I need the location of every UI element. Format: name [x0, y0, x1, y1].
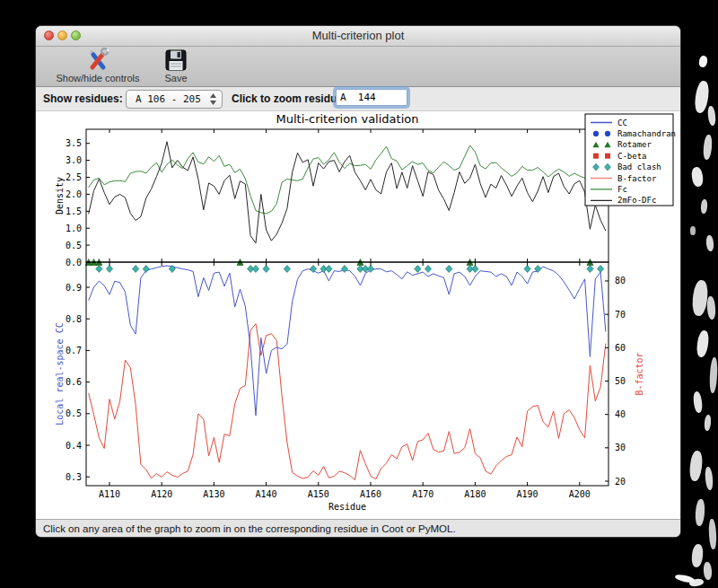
show-hide-controls-button[interactable]: Show/hide controls	[41, 48, 154, 84]
bad-clash-marker	[425, 266, 431, 273]
svg-text:B-factor: B-factor	[617, 174, 657, 183]
svg-text:Fc: Fc	[617, 185, 627, 194]
svg-text:1.0: 1.0	[66, 224, 82, 233]
save-label: Save	[156, 73, 196, 84]
bad-clash-marker	[143, 266, 149, 273]
scan-artifact	[709, 357, 718, 393]
legend-circle-marker	[605, 131, 610, 136]
legend-circle-marker	[593, 131, 599, 136]
svg-text:3.5: 3.5	[66, 138, 82, 148]
tools-icon	[41, 48, 154, 73]
svg-text:A190: A190	[517, 489, 538, 499]
zoom-residue-label: Click to zoom residue:	[232, 87, 346, 110]
scan-artifact	[705, 235, 714, 252]
save-button[interactable]: Save	[156, 48, 196, 84]
bad-clash-marker	[341, 266, 347, 273]
svg-text:A170: A170	[412, 489, 433, 499]
legend-square-marker	[593, 154, 599, 159]
svg-text:80: 80	[615, 276, 626, 285]
svg-text:1.5: 1.5	[66, 206, 82, 216]
cc-line	[89, 266, 606, 416]
save-floppy-icon	[156, 48, 196, 73]
svg-text:Density: Density	[55, 177, 65, 215]
bad-clash-marker	[96, 266, 102, 273]
svg-text:30: 30	[615, 443, 626, 452]
chart-title: Multi-criterion validation	[276, 112, 419, 126]
scan-artifact	[689, 578, 705, 587]
bad-clash-marker	[446, 266, 452, 273]
svg-text:50: 50	[615, 376, 626, 386]
svg-text:0.3: 0.3	[66, 472, 82, 482]
svg-text:Residue: Residue	[328, 502, 366, 512]
multi-criterion-chart[interactable]: A110A120A130A140A150A160A170A180A190A200…	[36, 111, 679, 519]
svg-text:Bad clash: Bad clash	[617, 162, 661, 171]
app-window: Multi-criterion plot Show/hide controls	[36, 26, 680, 537]
svg-text:A200: A200	[569, 489, 591, 499]
bad-clash-marker	[284, 266, 290, 273]
svg-text:0.9: 0.9	[66, 283, 82, 293]
svg-text:20: 20	[615, 477, 626, 487]
bad-clash-marker	[415, 266, 421, 273]
control-row: Show residues: A 106 - 205 Click to zoom…	[36, 87, 680, 111]
svg-text:0.0: 0.0	[66, 258, 82, 268]
svg-text:A110: A110	[99, 489, 120, 499]
bad-clash-marker	[472, 266, 478, 273]
scan-artifact	[705, 467, 714, 491]
scan-artifact	[703, 135, 713, 161]
bad-clash-marker	[252, 266, 258, 273]
svg-text:A160: A160	[360, 489, 381, 499]
scan-artifact	[691, 166, 705, 187]
scan-artifact	[688, 450, 703, 481]
svg-text:Local real-space CC: Local real-space CC	[55, 322, 65, 425]
scan-artifact	[703, 562, 712, 581]
scan-artifact	[706, 296, 716, 320]
svg-text:2.5: 2.5	[66, 172, 82, 182]
svg-text:A180: A180	[464, 489, 486, 499]
svg-text:60: 60	[615, 343, 626, 353]
bottom-axes	[86, 262, 609, 486]
bad-clash-marker	[133, 266, 139, 273]
scan-artifact	[696, 329, 710, 357]
legend-square-marker	[605, 154, 610, 159]
screen: Multi-criterion plot Show/hide controls	[0, 0, 718, 588]
bad-clash-marker	[106, 266, 112, 273]
show-residues-value: A 106 - 205	[136, 91, 201, 108]
svg-text:C-beta: C-beta	[617, 152, 647, 161]
status-bar: Click on any area of the graph to zoom i…	[36, 519, 680, 537]
bad-clash-marker	[326, 266, 332, 273]
show-hide-controls-label: Show/hide controls	[41, 73, 154, 84]
svg-text:A130: A130	[203, 489, 224, 499]
svg-text:2.0: 2.0	[66, 189, 82, 199]
svg-text:0.8: 0.8	[66, 314, 82, 324]
bad-clash-marker	[524, 266, 530, 273]
scan-artifact	[704, 415, 712, 432]
svg-text:3.0: 3.0	[66, 155, 82, 165]
scan-artifact	[695, 499, 705, 527]
bad-clash-marker	[597, 266, 603, 273]
svg-text:CC: CC	[617, 118, 627, 127]
svg-text:Rotamer: Rotamer	[617, 140, 652, 149]
svg-text:A140: A140	[256, 489, 277, 499]
zoom-residue-input[interactable]	[336, 89, 407, 106]
b-factor-line	[89, 324, 606, 480]
stepper-arrows-icon	[209, 92, 217, 106]
bad-clash-marker	[587, 266, 593, 273]
svg-text:70: 70	[615, 310, 626, 320]
top-axes	[86, 129, 609, 262]
svg-text:0.5: 0.5	[66, 408, 82, 418]
title-bar[interactable]: Multi-criterion plot	[36, 26, 680, 47]
show-residues-dropdown[interactable]: A 106 - 205	[126, 90, 223, 109]
svg-text:0.6: 0.6	[66, 377, 82, 387]
svg-text:0.4: 0.4	[66, 441, 82, 451]
scan-artifact	[700, 199, 707, 214]
svg-text:0.7: 0.7	[66, 346, 82, 355]
scan-artifact	[693, 391, 704, 414]
window-title: Multi-criterion plot	[36, 26, 680, 46]
status-text: Click on any area of the graph to zoom i…	[43, 520, 456, 537]
scan-artifact	[690, 226, 696, 235]
svg-text:40: 40	[615, 409, 626, 419]
scan-artifact	[698, 55, 708, 67]
figure-area[interactable]: A110A120A130A140A150A160A170A180A190A200…	[36, 111, 680, 519]
scan-artifact	[708, 519, 717, 549]
svg-text:A150: A150	[308, 489, 329, 499]
